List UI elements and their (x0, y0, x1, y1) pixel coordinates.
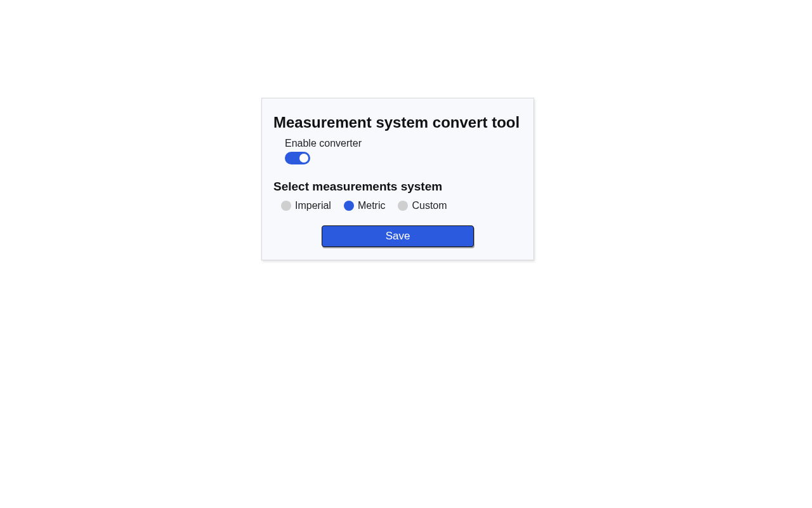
enable-converter-toggle[interactable] (285, 152, 310, 164)
enable-converter-label: Enable converter (285, 138, 522, 149)
radio-circle-icon (344, 201, 354, 211)
save-button[interactable]: Save (322, 225, 474, 247)
radio-label-custom: Custom (412, 200, 447, 211)
toggle-knob-icon (299, 154, 308, 163)
radio-custom[interactable]: Custom (398, 200, 447, 211)
radio-label-imperial: Imperial (295, 200, 331, 211)
radio-imperial[interactable]: Imperial (281, 200, 331, 211)
radio-metric[interactable]: Metric (344, 200, 386, 211)
radio-circle-icon (398, 201, 408, 211)
panel-title: Measurement system convert tool (273, 114, 522, 131)
enable-section: Enable converter (285, 138, 522, 164)
settings-panel: Measurement system convert tool Enable c… (261, 98, 534, 260)
radio-circle-icon (281, 201, 291, 211)
measurement-system-heading: Select measurements system (273, 180, 522, 194)
measurement-system-radio-group: Imperial Metric Custom (281, 200, 522, 211)
save-row: Save (273, 225, 522, 247)
radio-label-metric: Metric (358, 200, 386, 211)
